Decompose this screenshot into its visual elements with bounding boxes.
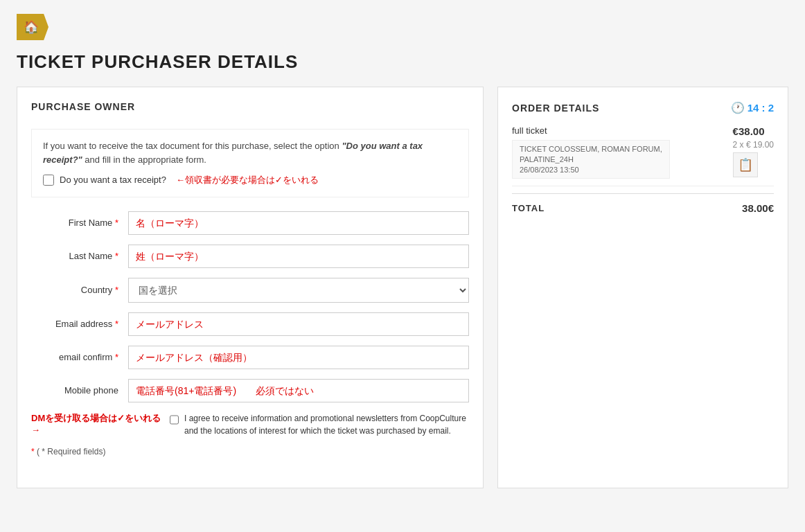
ticket-detail-date: 26/08/2023 13:50 [520,166,662,174]
ticket-price-area: €38.00 2 x € 19.00 📋 [733,125,774,177]
page-wrapper: 🏠 TICKET PURCHASER DETAILS PURCHASE OWNE… [0,0,805,502]
email-confirm-label: email confirm * [31,352,128,362]
country-row: Country * 国を選択 Japan United States Unite… [31,278,469,303]
country-select[interactable]: 国を選択 Japan United States United Kingdom … [128,278,469,303]
first-name-label: First Name * [31,218,128,228]
ticket-sub-price: 2 x € 19.00 [733,140,774,150]
tax-notice-box: If you want to receive the tax document … [31,129,469,197]
ticket-section: full ticket TICKET COLOSSEUM, ROMAN FORU… [512,125,774,193]
tax-notice-text-before: If you want to receive the tax document … [43,141,342,151]
required-note: * ( * Required fields) [31,447,469,456]
home-icon: 🏠 [24,20,39,34]
tax-receipt-arrow-note: ←領収書が必要な場合は✓をいれる [176,173,319,187]
last-name-label: Last Name * [31,251,128,261]
ticket-doc-icon-button[interactable]: 📋 [733,152,758,177]
email-label: Email address * [31,319,128,329]
country-label: Country * [31,285,128,295]
timer-value: 14 : 2 [748,102,774,114]
left-panel: PURCHASE OWNER If you want to receive th… [17,87,484,488]
document-icon: 📋 [738,157,753,172]
first-name-input[interactable] [128,211,469,235]
mobile-row: Mobile phone [31,379,469,402]
last-name-row: Last Name * [31,245,469,268]
email-input[interactable] [128,312,469,336]
ticket-detail-line2: PALATINE_24H [520,155,662,163]
ticket-details-box: TICKET COLOSSEUM, ROMAN FORUM, PALATINE_… [512,140,670,179]
tax-receipt-checkbox[interactable] [43,175,54,186]
last-name-input[interactable] [128,245,469,268]
total-label: TOTAL [512,203,545,213]
tax-receipt-label: Do you want a tax receipt? [60,173,166,187]
dm-row: DMを受け取る場合は✓をいれる→ I agree to receive info… [31,412,469,437]
right-panel: ORDER DETAILS 🕐 14 : 2 full ticket TICKE… [497,87,788,488]
ticket-price: €38.00 [733,125,774,137]
total-row: TOTAL 38.00€ [512,193,774,214]
tax-notice-text-after: and fill in the appropriate form. [82,154,206,165]
dm-checkbox[interactable] [170,414,179,425]
ticket-info: full ticket TICKET COLOSSEUM, ROMAN FORU… [512,125,670,179]
breadcrumb: 🏠 [17,14,788,40]
ticket-detail-line1: TICKET COLOSSEUM, ROMAN FORUM, [520,145,662,153]
mobile-input[interactable] [128,379,469,402]
dm-label: DMを受け取る場合は✓をいれる→ [31,412,170,435]
timer-display: 🕐 14 : 2 [731,101,774,114]
order-details-title: ORDER DETAILS [512,103,599,114]
total-value: 38.00€ [742,202,774,214]
email-row: Email address * [31,312,469,336]
ticket-name: full ticket [512,125,670,136]
mobile-label: Mobile phone [31,385,128,396]
order-header: ORDER DETAILS 🕐 14 : 2 [512,101,774,114]
email-confirm-input[interactable] [128,346,469,369]
dm-text: I agree to receive information and promo… [184,412,469,437]
clock-icon: 🕐 [731,101,745,114]
dm-checkbox-area: I agree to receive information and promo… [170,412,469,437]
ticket-row: full ticket TICKET COLOSSEUM, ROMAN FORU… [512,125,774,186]
page-title: TICKET PURCHASER DETAILS [17,51,788,73]
home-button[interactable]: 🏠 [17,14,48,40]
main-content: PURCHASE OWNER If you want to receive th… [17,87,788,488]
purchase-owner-title: PURCHASE OWNER [31,101,469,115]
email-confirm-row: email confirm * [31,346,469,369]
first-name-row: First Name * [31,211,469,235]
